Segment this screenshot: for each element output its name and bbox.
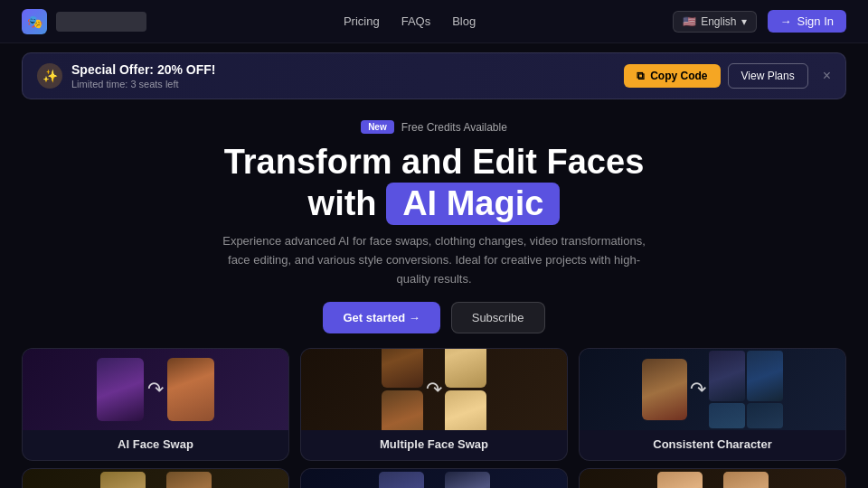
banner-subtitle: Limited time: 3 seats left — [71, 79, 215, 89]
hero-title-highlight: AI Magic — [386, 183, 560, 226]
subscribe-button[interactable]: Subscribe — [451, 302, 545, 333]
logo-text-placeholder — [56, 12, 146, 32]
card-age-transform[interactable]: ↷ — [579, 468, 846, 488]
consistent-character-images: ↷ — [635, 349, 790, 430]
navbar: 🎭 Pricing FAQs Blog 🇺🇸 English ▾ → Sign … — [0, 0, 868, 43]
card-image-video-swap: ↷ — [301, 469, 567, 488]
face-source-2 — [382, 390, 423, 430]
character-result-row-1 — [709, 351, 783, 401]
cards-row-2: ↷ ↷ ↷ — [0, 468, 868, 488]
face-result — [167, 358, 214, 421]
age-source — [657, 472, 703, 488]
art-arrow-icon: ↷ — [149, 483, 163, 488]
card-art-style[interactable]: ↷ — [22, 468, 289, 488]
banner-close-button[interactable]: × — [823, 68, 831, 84]
swap-arrow-icon: ↷ — [147, 378, 164, 401]
character-results — [709, 351, 783, 428]
new-tag: New — [361, 120, 394, 134]
nav-blog[interactable]: Blog — [452, 14, 476, 28]
nav-links: Pricing FAQs Blog — [344, 14, 476, 28]
nav-pricing[interactable]: Pricing — [344, 14, 380, 28]
art-style-images: ↷ — [100, 472, 212, 488]
hero-title: Transform and Edit Faces with AI Magic — [22, 143, 846, 225]
age-arrow-icon: ↷ — [706, 483, 720, 488]
age-result — [723, 472, 769, 488]
hero-description: Experience advanced AI for face swaps, c… — [217, 232, 651, 288]
character-result-4 — [747, 403, 783, 428]
logo-icon: 🎭 — [22, 9, 47, 34]
cards-row-1: ↷ AI Face Swap ↷ Multiple Face Swap — [0, 348, 868, 461]
chevron-down-icon: ▾ — [741, 15, 747, 28]
language-selector[interactable]: 🇺🇸 English ▾ — [673, 11, 756, 33]
card-label-consistent: Consistent Character — [580, 430, 845, 460]
hero-buttons: Get started → Subscribe — [22, 302, 846, 333]
face-result-2 — [445, 390, 486, 430]
swap-arrow-icon-3: ↷ — [690, 378, 706, 401]
multiple-face-images: ↷ — [374, 349, 494, 430]
lang-label: English — [701, 15, 736, 28]
card-image-consistent: ↷ — [580, 349, 845, 430]
nav-left: 🎭 — [22, 9, 146, 34]
card-consistent-character[interactable]: ↷ Consistent Character — [579, 348, 846, 461]
copy-code-button[interactable]: ⧉ Copy Code — [624, 64, 720, 88]
flag-icon: 🇺🇸 — [683, 15, 696, 28]
card-image-multiple-swap: ↷ — [301, 349, 567, 430]
video-arrow-icon: ↷ — [428, 483, 441, 488]
card-image-age-transform: ↷ — [580, 469, 845, 488]
nav-right: 🇺🇸 English ▾ → Sign In — [673, 10, 846, 33]
view-plans-button[interactable]: View Plans — [728, 63, 808, 89]
card-video-swap[interactable]: ↷ — [300, 468, 568, 488]
banner-title: Special Offer: 20% OFF! — [71, 62, 215, 77]
swap-arrow-icon-2: ↷ — [426, 378, 442, 401]
art-result — [166, 472, 212, 488]
character-result-1 — [709, 351, 745, 401]
source-faces — [382, 349, 423, 430]
get-started-button[interactable]: Get started → — [323, 302, 439, 333]
face-result-1 — [445, 349, 486, 389]
face-character-source — [642, 359, 687, 420]
art-source — [100, 472, 146, 488]
banner-left: ✨ Special Offer: 20% OFF! Limited time: … — [37, 62, 215, 89]
banner-text: Special Offer: 20% OFF! Limited time: 3 … — [71, 62, 215, 89]
hero-title-part2: with — [308, 184, 377, 222]
face-source-1 — [382, 349, 423, 389]
banner-star-icon: ✨ — [37, 63, 62, 89]
age-transform-images: ↷ — [657, 472, 769, 488]
hero-title-part1: Transform and Edit Faces — [224, 143, 645, 181]
card-multiple-face-swap[interactable]: ↷ Multiple Face Swap — [300, 348, 568, 461]
new-text: Free Credits Available — [401, 121, 507, 134]
face-source — [97, 358, 144, 421]
card-ai-face-swap[interactable]: ↷ AI Face Swap — [22, 348, 289, 461]
sign-in-icon: → — [780, 14, 792, 28]
video-swap-images: ↷ — [379, 472, 490, 488]
character-result-row-2 — [709, 403, 783, 428]
face-swap-images: ↷ — [90, 351, 222, 428]
video-source — [379, 472, 424, 488]
card-image-face-swap: ↷ — [23, 349, 288, 430]
nav-faqs[interactable]: FAQs — [401, 14, 431, 28]
card-label-face-swap: AI Face Swap — [23, 430, 288, 460]
sign-in-button[interactable]: → Sign In — [768, 10, 846, 33]
character-result-3 — [709, 403, 745, 428]
sign-in-label: Sign In — [797, 14, 834, 28]
banner-right: ⧉ Copy Code View Plans × — [624, 63, 831, 89]
promo-banner: ✨ Special Offer: 20% OFF! Limited time: … — [22, 52, 846, 99]
copy-code-label: Copy Code — [650, 70, 707, 82]
character-result-2 — [747, 351, 783, 401]
card-image-art-style: ↷ — [23, 469, 288, 488]
result-faces — [445, 349, 486, 430]
new-badge: New Free Credits Available — [361, 120, 507, 134]
card-label-multiple-swap: Multiple Face Swap — [301, 430, 567, 460]
video-result — [445, 472, 490, 488]
copy-icon: ⧉ — [637, 70, 645, 82]
hero-section: New Free Credits Available Transform and… — [0, 108, 868, 333]
